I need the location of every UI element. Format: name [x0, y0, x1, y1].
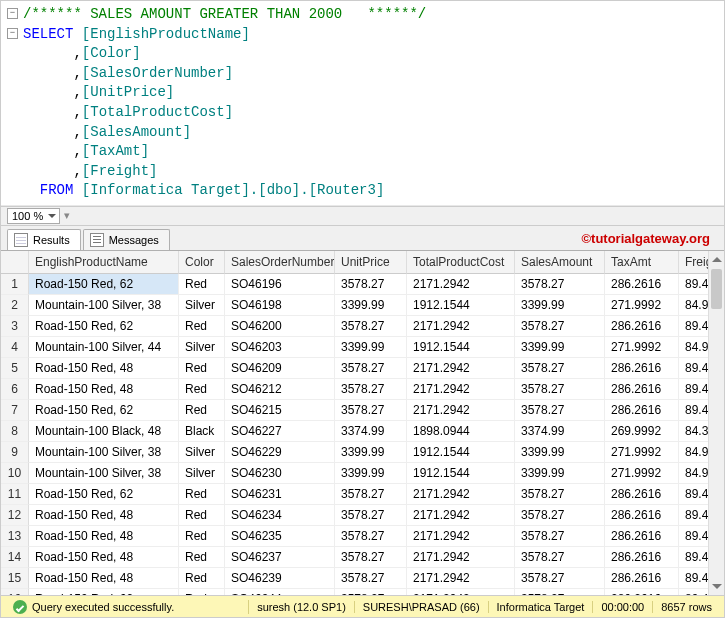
table-cell[interactable]: 3578.27 — [335, 568, 407, 589]
table-cell[interactable]: Red — [179, 400, 225, 421]
sql-editor[interactable]: −/****** SALES AMOUNT GREATER THAN 2000 … — [1, 1, 724, 206]
table-cell[interactable]: 2171.2942 — [407, 547, 515, 568]
zoom-dropdown[interactable]: 100 % — [7, 208, 60, 224]
table-cell[interactable]: Silver — [179, 295, 225, 316]
row-number[interactable]: 2 — [1, 295, 29, 316]
row-number[interactable]: 5 — [1, 358, 29, 379]
table-cell[interactable]: 286.2616 — [605, 589, 679, 595]
table-cell[interactable]: Red — [179, 526, 225, 547]
table-cell[interactable]: Red — [179, 589, 225, 595]
table-cell[interactable]: Road-150 Red, 48 — [29, 505, 179, 526]
table-cell[interactable]: 2171.2942 — [407, 316, 515, 337]
table-cell[interactable]: 3578.27 — [335, 400, 407, 421]
table-cell[interactable]: 3578.27 — [515, 505, 605, 526]
row-number[interactable]: 6 — [1, 379, 29, 400]
table-cell[interactable]: 1912.1544 — [407, 463, 515, 484]
row-number[interactable]: 1 — [1, 274, 29, 295]
table-cell[interactable]: 3578.27 — [335, 505, 407, 526]
table-cell[interactable]: 286.2616 — [605, 358, 679, 379]
table-cell[interactable]: 271.9992 — [605, 442, 679, 463]
table-cell[interactable]: SO46229 — [225, 442, 335, 463]
table-cell[interactable]: Red — [179, 484, 225, 505]
table-cell[interactable]: 3578.27 — [515, 547, 605, 568]
column-header[interactable]: EnglishProductName — [29, 251, 179, 274]
table-cell[interactable]: Red — [179, 316, 225, 337]
table-cell[interactable]: Road-150 Red, 62 — [29, 400, 179, 421]
fold-icon[interactable]: − — [7, 8, 18, 19]
table-cell[interactable]: 2171.2942 — [407, 568, 515, 589]
table-cell[interactable]: 3399.99 — [335, 463, 407, 484]
table-cell[interactable]: 3578.27 — [335, 316, 407, 337]
row-number[interactable]: 13 — [1, 526, 29, 547]
table-cell[interactable]: 3578.27 — [335, 358, 407, 379]
table-cell[interactable]: Road-150 Red, 62 — [29, 484, 179, 505]
table-cell[interactable]: Black — [179, 421, 225, 442]
table-cell[interactable]: SO46227 — [225, 421, 335, 442]
row-number[interactable]: 3 — [1, 316, 29, 337]
column-header[interactable]: Color — [179, 251, 225, 274]
row-number[interactable]: 11 — [1, 484, 29, 505]
table-cell[interactable]: Road-150 Red, 48 — [29, 526, 179, 547]
table-cell[interactable]: 2171.2942 — [407, 400, 515, 421]
table-cell[interactable]: 269.9992 — [605, 421, 679, 442]
table-cell[interactable]: 3578.27 — [335, 547, 407, 568]
table-cell[interactable]: 286.2616 — [605, 400, 679, 421]
table-cell[interactable]: 3399.99 — [335, 295, 407, 316]
table-cell[interactable]: 3578.27 — [515, 568, 605, 589]
table-cell[interactable]: 3374.99 — [515, 421, 605, 442]
table-cell[interactable]: 3374.99 — [335, 421, 407, 442]
table-cell[interactable]: Silver — [179, 337, 225, 358]
row-number[interactable]: 8 — [1, 421, 29, 442]
column-header[interactable]: SalesAmount — [515, 251, 605, 274]
table-cell[interactable]: SO46244 — [225, 589, 335, 595]
tab-results[interactable]: Results — [7, 229, 81, 250]
row-number[interactable]: 9 — [1, 442, 29, 463]
table-cell[interactable]: 286.2616 — [605, 274, 679, 295]
row-number[interactable]: 4 — [1, 337, 29, 358]
table-cell[interactable]: 2171.2942 — [407, 379, 515, 400]
table-cell[interactable]: 3578.27 — [335, 379, 407, 400]
table-cell[interactable]: 1912.1544 — [407, 295, 515, 316]
table-cell[interactable]: 3399.99 — [515, 337, 605, 358]
table-cell[interactable]: 3578.27 — [515, 358, 605, 379]
table-cell[interactable]: 286.2616 — [605, 505, 679, 526]
table-cell[interactable]: 271.9992 — [605, 337, 679, 358]
table-cell[interactable]: Mountain-100 Silver, 38 — [29, 442, 179, 463]
table-cell[interactable]: 1912.1544 — [407, 337, 515, 358]
table-cell[interactable]: SO46196 — [225, 274, 335, 295]
table-cell[interactable]: SO46209 — [225, 358, 335, 379]
row-number[interactable]: 16 — [1, 589, 29, 595]
column-header[interactable]: TaxAmt — [605, 251, 679, 274]
table-cell[interactable]: Red — [179, 547, 225, 568]
table-cell[interactable]: 1898.0944 — [407, 421, 515, 442]
row-number[interactable]: 7 — [1, 400, 29, 421]
table-cell[interactable]: SO46235 — [225, 526, 335, 547]
table-cell[interactable]: Red — [179, 274, 225, 295]
table-cell[interactable]: Road-150 Red, 48 — [29, 358, 179, 379]
table-cell[interactable]: Road-150 Red, 62 — [29, 274, 179, 295]
table-cell[interactable]: 286.2616 — [605, 526, 679, 547]
table-cell[interactable]: 2171.2942 — [407, 526, 515, 547]
table-cell[interactable]: 2171.2942 — [407, 484, 515, 505]
table-cell[interactable]: 2171.2942 — [407, 505, 515, 526]
table-cell[interactable]: 271.9992 — [605, 295, 679, 316]
table-cell[interactable]: 1912.1544 — [407, 442, 515, 463]
row-number[interactable]: 14 — [1, 547, 29, 568]
table-cell[interactable]: SO46215 — [225, 400, 335, 421]
table-cell[interactable]: 3578.27 — [335, 274, 407, 295]
table-cell[interactable]: Mountain-100 Silver, 38 — [29, 463, 179, 484]
table-cell[interactable]: 3399.99 — [515, 442, 605, 463]
table-cell[interactable]: 3399.99 — [335, 442, 407, 463]
table-cell[interactable]: 2171.2942 — [407, 589, 515, 595]
row-number[interactable]: 12 — [1, 505, 29, 526]
scroll-down-icon[interactable] — [709, 579, 724, 595]
table-cell[interactable]: Mountain-100 Black, 48 — [29, 421, 179, 442]
column-header[interactable]: TotalProductCost — [407, 251, 515, 274]
table-cell[interactable]: Road-150 Red, 48 — [29, 379, 179, 400]
table-cell[interactable]: 271.9992 — [605, 463, 679, 484]
column-header[interactable]: UnitPrice — [335, 251, 407, 274]
table-cell[interactable]: Road-150 Red, 62 — [29, 589, 179, 595]
table-cell[interactable]: SO46231 — [225, 484, 335, 505]
table-cell[interactable]: SO46230 — [225, 463, 335, 484]
fold-icon[interactable]: − — [7, 28, 18, 39]
